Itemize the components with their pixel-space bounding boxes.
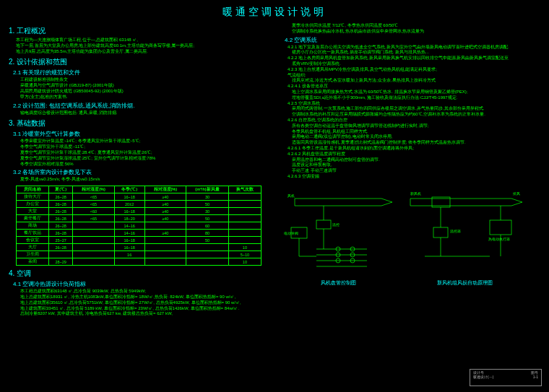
top2: 空调制冷系统换热由冷水机,热水机由市政供应中央管网水,热水流量为 [292, 29, 540, 35]
tb-c: 暖通设计(一) [473, 375, 493, 380]
table-cell: 18~20 [114, 215, 144, 222]
table-row: 商场26~2814~1660 [17, 222, 261, 230]
table-cell: 16~18 [114, 208, 144, 215]
table-row: 会议室25~2716~1850 [17, 237, 261, 244]
s31b: 冬季空气调节室外干球温度:-11℃; [20, 144, 269, 150]
s4241a: 地上空调水系采用间接换热方式,水温为 60/50℃热水. 排温换水节采用钢管及聚… [292, 90, 540, 95]
s422: 4.2.2 地上各房间采用风机盘管加新风系统,新风采用新风换气机安排以回收排空气… [288, 56, 540, 61]
table-cell: 16 [114, 251, 144, 258]
left-column: 1. 工程概况 本工程为---大连旅顺体育广场工程,位于---,总建筑面积 63… [9, 23, 269, 317]
table-cell [49, 251, 73, 258]
table-cell: 14~16 [114, 222, 144, 230]
s426: 4.2.6 自控系统,空调系统的自控 [288, 118, 540, 123]
table-cell [73, 244, 115, 251]
fresh-air-diagram: 新风机 温控器 排风 热电动执行器 新风机组风损自动原理图 [403, 184, 526, 287]
table-row: 办公室26~28<6520±2≥4050 [17, 201, 261, 208]
table-cell: 26~28 [49, 222, 73, 230]
s424a: 排风至对流,冷送方式,各室水暖加上新风方法;众业余,果热排风上按科冷方式 [292, 78, 540, 84]
table-cell: <65 [73, 215, 115, 222]
s31d: 夏季空气调节室外计算湿球温度:25℃; 室外空气调节计算相对湿度:78% [20, 156, 269, 162]
svg-rect-1 [316, 220, 331, 229]
table-cell [73, 251, 115, 258]
table-cell: 30 [186, 193, 229, 201]
d2t4: 热电动执行器 [488, 237, 510, 241]
s4263: 4.2.6.3 空调变频 [288, 174, 540, 180]
s32a: 夏季-风速v≤0.25m/s; 冬季-风速v≤0.15m/s [20, 177, 269, 183]
s426a: 所有各类空调自动运温于盘管御风增调节调节管送线制约进行实时,调节; [292, 123, 540, 129]
table-header: (m³/h)新风量 [186, 186, 229, 193]
table-header: 换气次数 [228, 186, 261, 193]
d1t1: 风机 [288, 193, 295, 198]
table-row: 餐厅饮品26~2814~16≥4080 [17, 230, 261, 237]
table-cell [228, 222, 261, 230]
tb-d: 1-1 [533, 375, 538, 380]
table-cell [73, 222, 115, 230]
table-cell: 10 [228, 258, 261, 266]
s31a: 冬季采暖室外计算温度:-14℃; 冬季通风室外计算干球温度:-5℃; [20, 139, 269, 144]
table-cell: 会议室 [17, 237, 49, 244]
table-header: 相对湿度(%) [73, 186, 115, 193]
table-row: 大厅26~2816~1810 [17, 244, 261, 251]
table-cell: 卫生间 [17, 251, 49, 258]
table-cell: 接待大厅 [17, 193, 49, 201]
s41e: 总制冷量8207 kW, 其中建筑主机, 冷电热负荷627 kw, 建筑楼总热负… [20, 311, 269, 317]
table-cell [114, 258, 144, 266]
table-cell [144, 251, 186, 258]
table-cell [228, 208, 261, 215]
table-cell: 商场 [17, 222, 49, 230]
table-cell: 50 [186, 215, 229, 222]
table-cell: 25~27 [49, 237, 73, 244]
section-1-heading: 1. 工程概况 [9, 26, 269, 36]
table-cell [73, 237, 115, 244]
table-cell: ≥40 [144, 208, 186, 215]
s21c: 高层民用建筑设计防火规范 (GB50045-92) (2001年版) [20, 89, 269, 95]
table-cell: 16~18 [114, 193, 144, 201]
table-cell: 5~10 [228, 251, 261, 258]
table-cell: 26~28 [49, 193, 73, 201]
table-cell [228, 215, 261, 222]
table-cell [73, 258, 115, 266]
table-cell: 大堂 [17, 208, 49, 215]
table-cell: ≥40 [144, 230, 186, 237]
s422a: 底角VRV变制冷空调系统. [292, 61, 540, 67]
section-3-heading: 3. 基础数据 [9, 118, 269, 129]
s4242a: 采用闭式两管制,一次泵系统,施工部分四回供应各楼层之调空调水,并气热量同步,其余… [292, 106, 540, 112]
table-cell: 餐厅饮品 [17, 230, 49, 237]
table-cell: ≥40 [144, 201, 186, 208]
table-cell: 大厅 [17, 244, 49, 251]
d2t1: 新风机 [410, 191, 421, 196]
table-cell [144, 222, 186, 230]
s1-line2: 地下一层,首层为大堂及办公用房,地上部分建筑高度60.1m,主塔功能为商务写字楼… [16, 43, 269, 49]
table-cell: <65 [73, 201, 115, 208]
table-cell: 26~28 [49, 244, 73, 251]
table-cell: 50 [186, 237, 229, 244]
s426c: 采用电动二通阀(双位调节控制),电动时常关闭水停用, [292, 134, 540, 140]
table-cell: 茶间 [17, 258, 49, 266]
table-row: 茶间28~2910 [17, 258, 261, 266]
table-cell: 豪华餐厅 [17, 215, 49, 222]
table-cell: 20±2 [114, 201, 144, 208]
d2t2: 温控器 [450, 229, 461, 233]
table-cell [144, 258, 186, 266]
table-cell: ≥40 [144, 193, 186, 201]
table-cell: 26~28 [49, 230, 73, 237]
table-cell: ≥40 [144, 215, 186, 222]
s4242b: 空调制水系统的补压和定压采用隔膜式膨胀罐均合性隔热应为约60℃,空调补水率为系统… [292, 112, 540, 118]
s41c: 地上总建筑面积35610 ㎡,总冷负荷5751kW, 单位面积冷指标= 27W/… [20, 300, 269, 306]
s21d: 甲方(业主)批准的方案书. [20, 95, 269, 100]
diagram-2-label: 新风机组风损自动原理图 [403, 279, 526, 287]
table-cell [228, 237, 261, 244]
table-header: 房间名称 [17, 186, 49, 193]
s4241b: 埋地管覆盖SDI,≤距外墙不小于300mm, 施工验收及做法应执行办法:CJJ/… [292, 95, 540, 101]
table-row: 接待大厅26~28<6516~18≥4030 [17, 193, 261, 201]
table-cell: 26~28 [49, 208, 73, 215]
s41: 4.1 空调冷热源设计负荷指标 [13, 280, 269, 288]
section-4-heading: 4. 空调 [9, 269, 269, 279]
page-title: 暖通空调设计说明 [9, 6, 540, 19]
s31: 3.1 冷暖室外空气计算参数 [13, 130, 269, 138]
table-row: 豪华餐厅26~28<6518~20≥4050 [17, 215, 261, 222]
top1: 夏季冷水供回水温度 7/12℃, 冬季热水供回温度 60/50℃ [292, 23, 540, 29]
table-cell [228, 201, 261, 208]
table-cell: 28~29 [49, 258, 73, 266]
s31e: 冬季空调室外相对湿度:56% [20, 162, 269, 167]
